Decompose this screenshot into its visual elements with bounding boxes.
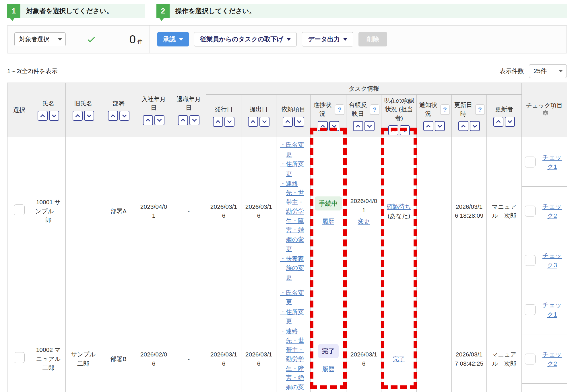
approval-status-link[interactable]: 確認待ち xyxy=(387,202,411,211)
request-item-link[interactable]: ・扶養家族の変更 xyxy=(280,255,304,280)
column-label: 旧氏名 xyxy=(74,99,92,108)
request-item-link[interactable]: ・連絡先・世帯主・勤労学生・障害・婚姻の変更 xyxy=(280,328,304,392)
sort-asc-button[interactable] xyxy=(318,121,328,131)
sort-desc-button[interactable] xyxy=(505,117,515,127)
request-item-link[interactable]: ・住所変更 xyxy=(280,309,304,325)
request-item-link[interactable]: ・連絡先・世帯主・勤労学生・障害・婚姻の変更 xyxy=(280,180,304,252)
check-checkbox[interactable] xyxy=(525,157,536,167)
sort-desc-button[interactable] xyxy=(259,117,269,127)
check-link[interactable]: チェック2 xyxy=(540,350,564,368)
check-link[interactable]: チェック2 xyxy=(540,202,564,221)
sort-asc-button[interactable] xyxy=(38,111,48,121)
cell-select xyxy=(7,137,31,285)
cell-check-item: チェック2 xyxy=(522,187,567,236)
selected-count-number: 0 xyxy=(129,33,136,46)
help-icon[interactable]: ? xyxy=(335,104,344,115)
target-select-button[interactable]: 対象者選択 xyxy=(14,32,66,46)
request-item-link[interactable]: ・住所変更 xyxy=(280,161,304,177)
help-icon[interactable]: ? xyxy=(440,104,450,115)
cell-updated-at: 2026/03/16 18:28:09 xyxy=(452,137,487,285)
sort-asc-button[interactable] xyxy=(108,111,118,121)
sort-asc-button[interactable] xyxy=(283,117,293,127)
approval-status-link[interactable]: 完了 xyxy=(393,354,405,364)
check-checkbox[interactable] xyxy=(525,206,536,217)
cell-ledger-date: 2026/04/01 変更 xyxy=(346,137,381,285)
selected-count: 0 件 xyxy=(129,33,143,46)
cell-request-items: ・氏名変更 ・住所変更 ・連絡先・世帯主・勤労学生・障害・婚姻の変更 ・扶養家族… xyxy=(276,285,311,392)
sort-asc-button[interactable] xyxy=(458,121,468,131)
task-table: 選択 氏名 旧氏名 部署 入社年月日 退職年月日 xyxy=(7,83,567,392)
request-item-link[interactable]: ・氏名変更 xyxy=(280,141,304,157)
column-header-request-items: 依頼項目 xyxy=(276,95,311,137)
cell-notification xyxy=(417,137,452,285)
cell-check-item: チェック1 xyxy=(522,285,567,334)
chevron-down-icon[interactable] xyxy=(54,33,65,46)
sort-asc-button[interactable] xyxy=(353,121,363,131)
sort-desc-button[interactable] xyxy=(329,121,339,131)
chevron-down-icon xyxy=(555,65,567,78)
sort-desc-button[interactable] xyxy=(294,117,304,127)
checkmark-icon xyxy=(86,34,96,44)
sort-asc-button[interactable] xyxy=(493,117,503,127)
sort-desc-button[interactable] xyxy=(189,115,199,125)
gear-icon[interactable] xyxy=(542,112,549,118)
withdraw-task-button[interactable]: 従業員からのタスクの取下げ xyxy=(194,32,297,46)
chevron-down-icon xyxy=(287,38,291,41)
sort-asc-button[interactable] xyxy=(423,121,433,131)
sort-desc-button[interactable] xyxy=(400,125,410,135)
sort-asc-button-active[interactable] xyxy=(388,125,398,135)
sort-desc-button[interactable] xyxy=(364,121,375,131)
column-header-select: 選択 xyxy=(7,83,31,137)
help-icon[interactable]: ? xyxy=(475,104,485,115)
cell-check-item: チェック3 xyxy=(522,236,567,285)
progress-history-link[interactable]: 履歴 xyxy=(322,364,334,374)
cell-notification xyxy=(417,285,452,392)
column-label: 更新者 xyxy=(495,105,513,114)
cell-employee: 10002 マニュアル 二郎 xyxy=(31,285,66,392)
check-checkbox[interactable] xyxy=(525,304,536,315)
check-checkbox[interactable] xyxy=(525,255,536,266)
sort-asc-button[interactable] xyxy=(178,115,188,125)
check-link[interactable]: チェック1 xyxy=(540,153,564,171)
cell-updated-by: マニュアル 次郎 xyxy=(487,137,522,285)
column-header-updated-at: 更新日時? xyxy=(452,95,487,137)
sort-desc-button[interactable] xyxy=(84,111,94,121)
sort-desc-button[interactable] xyxy=(224,117,234,127)
row-checkbox[interactable] xyxy=(14,204,25,215)
cell-progress: 手続中 履歴 xyxy=(311,137,346,285)
column-header-department: 部署 xyxy=(101,83,136,137)
check-checkbox[interactable] xyxy=(525,354,536,364)
check-link[interactable]: チェック3 xyxy=(540,251,564,270)
cell-request-items: ・氏名変更 ・住所変更 ・連絡先・世帯主・勤労学生・障害・婚姻の変更 ・扶養家族… xyxy=(276,137,311,285)
row-checkbox[interactable] xyxy=(14,352,25,363)
per-page-label: 表示件数 xyxy=(500,67,524,75)
check-link[interactable]: チェック1 xyxy=(540,300,564,319)
cell-progress: 完了 履歴 xyxy=(311,285,346,392)
sort-desc-button[interactable] xyxy=(435,121,445,131)
cell-department: 部署B xyxy=(101,285,136,392)
sort-asc-button[interactable] xyxy=(248,117,258,127)
sort-desc-button[interactable] xyxy=(49,111,59,121)
ledger-date-value: 2026/03/16 xyxy=(349,350,378,368)
sort-asc-button[interactable] xyxy=(143,115,153,125)
sort-desc-button[interactable] xyxy=(470,121,480,131)
per-page-select[interactable]: 25件 xyxy=(529,64,567,78)
ledger-change-link[interactable]: 変更 xyxy=(358,217,370,226)
column-label: 提出日 xyxy=(250,105,268,114)
sort-asc-button[interactable] xyxy=(73,111,83,121)
sort-asc-button[interactable] xyxy=(213,117,223,127)
sort-desc-button[interactable] xyxy=(154,115,164,125)
request-item-link[interactable]: ・氏名変更 xyxy=(280,289,304,305)
cell-former-name xyxy=(66,137,101,285)
sort-desc-button[interactable] xyxy=(119,111,129,121)
cell-hire-date: 2026/02/06 xyxy=(136,285,171,392)
column-label: 現在の承認状況 (担当者) xyxy=(383,96,415,122)
help-icon[interactable]: ? xyxy=(370,104,379,115)
column-label: 発行日 xyxy=(215,105,233,114)
column-label: 入社年月日 xyxy=(141,95,166,112)
delete-button[interactable]: 削除 xyxy=(358,32,387,46)
cell-check-item: チェック3 xyxy=(522,383,567,392)
data-export-button[interactable]: データ出力 xyxy=(302,32,353,46)
approve-button[interactable]: 承認 xyxy=(157,32,189,46)
progress-history-link[interactable]: 履歴 xyxy=(322,217,334,226)
